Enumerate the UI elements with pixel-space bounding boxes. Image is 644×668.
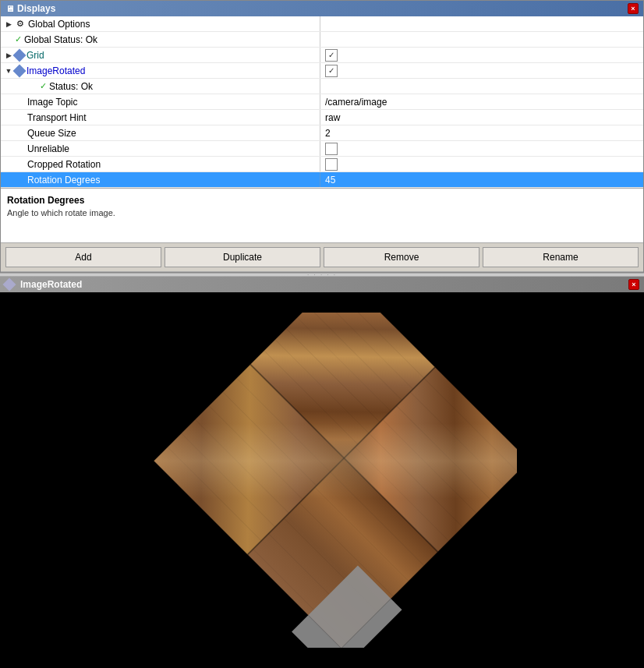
- check-icon-global-status: ✓: [15, 34, 22, 44]
- description-title: Rotation Degrees: [7, 195, 637, 206]
- expand-arrow-global-options[interactable]: [4, 19, 13, 29]
- tree-row-cropped-rotation[interactable]: Cropped Rotation: [1, 157, 643, 172]
- tree-row-imagerotated[interactable]: ImageRotated: [1, 63, 643, 79]
- diamond-icon-imagerotated: [13, 64, 27, 77]
- check-icon-status: ✓: [40, 81, 47, 91]
- global-options-label: Global Options: [28, 19, 90, 30]
- diamond-icon-grid: [13, 48, 27, 62]
- gear-icon-global-options: ⚙: [15, 19, 26, 30]
- image-panel-title: ImageRotated: [20, 279, 82, 290]
- imagerotated-label: ImageRotated: [27, 65, 85, 76]
- image-viewport: [0, 292, 644, 668]
- description-text: Angle to which rotate image.: [7, 208, 637, 217]
- transport-hint-label: Transport Hint: [27, 112, 87, 123]
- imagerotated-checkbox[interactable]: [325, 65, 338, 77]
- grid-checkbox[interactable]: [325, 49, 338, 62]
- displays-monitor-icon: 🖥: [5, 4, 14, 13]
- remove-button[interactable]: Remove: [324, 247, 479, 267]
- button-bar: Add Duplicate Remove Rename: [1, 243, 643, 272]
- image-panel: ImageRotated ×: [0, 277, 644, 668]
- tree-row-unreliable[interactable]: Unreliable: [1, 141, 643, 157]
- image-panel-titlebar: ImageRotated ×: [0, 277, 644, 292]
- queue-size-value: 2: [325, 128, 331, 139]
- image-topic-value: /camera/image: [325, 97, 387, 108]
- rotated-wood-image: [127, 313, 517, 648]
- displays-close-button[interactable]: ×: [628, 3, 639, 14]
- image-panel-close-button[interactable]: ×: [628, 279, 639, 290]
- tree-row-image-topic[interactable]: Image Topic /camera/image: [1, 94, 643, 110]
- grid-label: Grid: [27, 50, 44, 61]
- queue-size-label: Queue Size: [27, 128, 76, 139]
- tree-row-queue-size[interactable]: Queue Size 2: [1, 125, 643, 141]
- global-status-label: Global Status: Ok: [24, 34, 97, 45]
- main-window: 🖥 Displays × ⚙ Global Options ✓: [0, 0, 644, 668]
- image-topic-label: Image Topic: [27, 97, 77, 108]
- tree-row-transport-hint[interactable]: Transport Hint raw: [1, 110, 643, 125]
- displays-title: Displays: [17, 3, 55, 14]
- cropped-rotation-label: Cropped Rotation: [27, 159, 101, 170]
- add-button[interactable]: Add: [5, 247, 161, 267]
- displays-tree: ⚙ Global Options ✓ Global Status: Ok: [1, 16, 643, 189]
- unreliable-checkbox[interactable]: [325, 143, 338, 155]
- rotation-degrees-label: Rotation Degrees: [27, 175, 100, 186]
- tree-row-grid[interactable]: Grid: [1, 48, 643, 63]
- image-panel-diamond-icon: [3, 278, 16, 292]
- duplicate-button[interactable]: Duplicate: [165, 247, 320, 267]
- displays-panel: 🖥 Displays × ⚙ Global Options ✓: [0, 0, 644, 273]
- cropped-rotation-checkbox[interactable]: [325, 158, 338, 171]
- description-area: Rotation Degrees Angle to which rotate i…: [1, 189, 643, 243]
- tree-row-global-options[interactable]: ⚙ Global Options: [1, 16, 643, 32]
- tree-row-global-status[interactable]: ✓ Global Status: Ok: [1, 32, 643, 48]
- transport-hint-value: raw: [325, 112, 340, 123]
- tree-row-status-ok[interactable]: ✓ Status: Ok: [1, 79, 643, 94]
- displays-titlebar: 🖥 Displays ×: [1, 1, 643, 16]
- tree-row-rotation-degrees[interactable]: Rotation Degrees 45: [1, 172, 643, 188]
- rename-button[interactable]: Rename: [483, 247, 639, 267]
- rotation-degrees-value: 45: [325, 175, 335, 186]
- unreliable-label: Unreliable: [27, 143, 69, 154]
- status-ok-label: Status: Ok: [49, 81, 93, 92]
